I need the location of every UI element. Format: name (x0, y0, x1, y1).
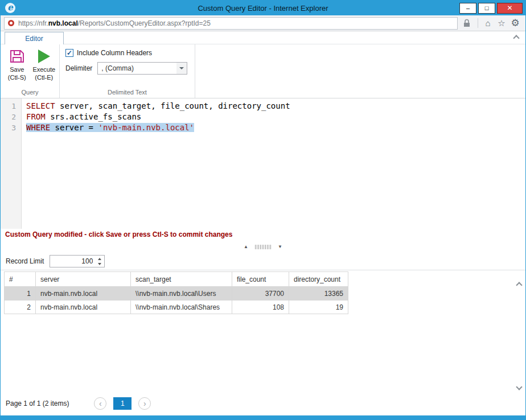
lock-icon (463, 19, 470, 27)
settings-gear-icon[interactable]: ⚙ (508, 17, 522, 30)
save-button-shortcut: (Ctl-S) (8, 74, 26, 82)
line-number: 1 (1, 101, 21, 112)
line-number: 2 (1, 112, 21, 122)
ribbon-toolbar: Save (Ctl-S) Execute (Ctl-E) Query ✓ Inc… (1, 44, 525, 98)
group-label-delimited-text: Delimited Text (60, 88, 195, 98)
code-line-2[interactable]: FROM srs.active_fs_scans (26, 112, 525, 122)
code-line-3[interactable]: WHERE server = 'nvb-main.nvb.local' (26, 122, 525, 133)
splitter-grip[interactable] (255, 245, 271, 249)
execute-button[interactable]: Execute (Ctl-E) (31, 47, 57, 88)
column-header-index[interactable]: # (5, 272, 36, 287)
execute-play-icon (38, 47, 50, 66)
favorites-star-icon[interactable]: ☆ (495, 17, 508, 30)
delimiter-label: Delimiter (65, 64, 92, 72)
vertical-scrollbar[interactable] (515, 283, 523, 389)
sql-keyword: FROM (26, 112, 46, 121)
ie-logo-icon: e (5, 3, 15, 13)
column-header-server[interactable]: server (36, 272, 131, 287)
url-scheme: https://nfr. (18, 19, 48, 27)
execute-button-shortcut: (Ctl-E) (35, 74, 53, 82)
chevron-down-icon[interactable] (176, 63, 187, 74)
group-label-query: Query (1, 88, 59, 98)
close-button[interactable]: ✕ (497, 3, 523, 14)
url-path: /Reports/CustomQueryEditor.aspx?rptId=25 (78, 19, 211, 27)
ie-window: e Custom Query Editor - Internet Explore… (0, 0, 526, 420)
spin-down-icon[interactable] (96, 261, 104, 266)
spin-up-icon[interactable] (96, 256, 104, 261)
pager-next-button[interactable]: › (138, 397, 151, 410)
selected-text: WHERE server = 'nvb-main.nvb.local' (26, 123, 194, 132)
delimiter-select[interactable]: , (Comma) (97, 62, 187, 75)
sql-text: srs.active_fs_scans (46, 112, 142, 121)
ribbon-group-delimited-text: ✓ Include Column Headers Delimiter , (Co… (60, 44, 195, 98)
cell-file-count: 108 (232, 300, 289, 314)
sql-string: 'nvb-main.nvb.local' (98, 123, 194, 132)
pager-summary: Page 1 of 1 (2 items) (6, 400, 69, 407)
column-header-file-count[interactable]: file_count (232, 272, 289, 287)
include-column-headers-checkmark: ✓ (67, 50, 72, 56)
code-area[interactable]: SELECT server, scan_target, file_count, … (22, 98, 525, 229)
sql-text: server, scan_target, file_count, directo… (55, 101, 290, 110)
home-icon[interactable]: ⌂ (481, 17, 495, 30)
delimiter-selected-value: , (Comma) (98, 64, 176, 72)
tab-editor-label: Editor (25, 35, 43, 43)
scroll-down-icon[interactable] (516, 384, 522, 390)
record-limit-row: Record Limit (1, 253, 525, 270)
line-number: 3 (1, 122, 21, 133)
table-row[interactable]: 1 nvb-main.nvb.local \\nvb-main.nvb.loca… (5, 287, 348, 300)
results-table: # server scan_target file_count director… (4, 271, 348, 314)
cell-row-number: 1 (5, 287, 36, 300)
window-controls: – □ ✕ (459, 3, 523, 14)
record-limit-spinner (96, 256, 104, 266)
scroll-up-icon[interactable] (516, 282, 522, 288)
sql-text: server = (50, 123, 98, 132)
address-bar: https://nfr.nvb.local/Reports/CustomQuer… (1, 15, 525, 31)
collapse-panel-chevron-icon[interactable] (513, 35, 519, 41)
splitter-bar[interactable]: ▲ ▼ (1, 241, 525, 253)
pager-prev-button[interactable]: ‹ (94, 397, 106, 410)
save-floppy-icon (9, 47, 25, 66)
column-header-scan-target[interactable]: scan_target (131, 272, 232, 287)
toolbar-divider (478, 18, 478, 28)
cell-scan-target: \\nvb-main.nvb.local\Users (131, 287, 232, 300)
include-column-headers-option[interactable]: ✓ Include Column Headers (65, 49, 189, 57)
url-domain: nvb.local (48, 19, 78, 27)
pager: Page 1 of 1 (2 items) ‹ 1 › (6, 397, 154, 410)
line-number-gutter: 1 2 3 (1, 98, 22, 229)
results-grid-area: # server scan_target file_count director… (1, 270, 525, 415)
pager-current-page[interactable]: 1 (113, 397, 132, 410)
tab-editor[interactable]: Editor (5, 32, 64, 44)
record-limit-label: Record Limit (6, 257, 44, 265)
url-text: https://nfr.nvb.local/Reports/CustomQuer… (18, 19, 211, 27)
column-header-directory-count[interactable]: directory_count (289, 272, 348, 287)
save-button-label: Save (10, 66, 24, 74)
address-input[interactable]: https://nfr.nvb.local/Reports/CustomQuer… (4, 17, 458, 30)
cell-directory-count: 19 (289, 300, 348, 314)
titlebar[interactable]: e Custom Query Editor - Internet Explore… (1, 1, 525, 15)
table-row[interactable]: 2 nvb-main.nvb.local \\nvb-main.nvb.loca… (5, 300, 348, 314)
sql-editor[interactable]: 1 2 3 SELECT server, scan_target, file_c… (1, 98, 525, 229)
splitter-collapse-down-icon[interactable]: ▼ (278, 245, 282, 249)
cell-file-count: 37700 (232, 287, 289, 300)
save-button[interactable]: Save (Ctl-S) (4, 47, 30, 88)
ribbon-group-query: Save (Ctl-S) Execute (Ctl-E) Query (1, 44, 60, 98)
code-line-1[interactable]: SELECT server, scan_target, file_count, … (26, 101, 525, 112)
status-message: Custom Query modified - click Save or pr… (1, 229, 525, 241)
window-bottom-border (1, 415, 525, 419)
sql-keyword: WHERE (26, 123, 50, 132)
maximize-button[interactable]: □ (478, 3, 495, 14)
site-favicon-icon (8, 20, 14, 26)
splitter-collapse-up-icon[interactable]: ▲ (244, 245, 248, 249)
record-limit-field (50, 255, 105, 267)
execute-button-label: Execute (32, 66, 55, 74)
cell-row-number: 2 (5, 300, 36, 314)
window-title: Custom Query Editor - Internet Explorer (1, 4, 525, 13)
sql-keyword: SELECT (26, 101, 55, 110)
include-column-headers-label: Include Column Headers (77, 49, 152, 57)
tab-strip: Editor (1, 31, 525, 44)
cell-scan-target: \\nvb-main.nvb.local\Shares (131, 300, 232, 314)
ribbon-empty-area (195, 44, 525, 98)
table-header-row: # server scan_target file_count director… (5, 272, 348, 287)
include-column-headers-checkbox[interactable]: ✓ (65, 49, 73, 57)
minimize-button[interactable]: – (459, 3, 476, 14)
